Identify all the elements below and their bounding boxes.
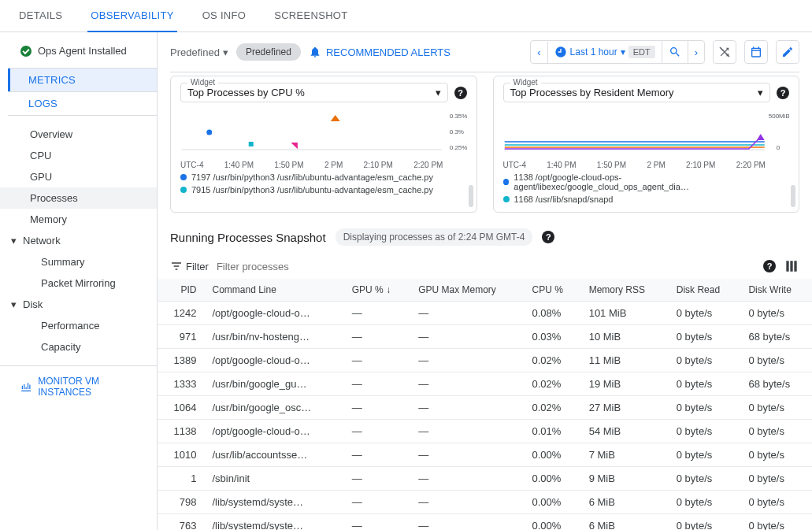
cell-pid: 1010 [158, 443, 205, 467]
nav-network-summary[interactable]: Summary [0, 251, 157, 272]
cell-cpu: 0.02% [524, 372, 580, 396]
processes-header: Running Processes Snapshot Displaying pr… [158, 213, 812, 254]
columns-icon[interactable] [784, 258, 799, 274]
time-range-label: Last 1 hour [570, 46, 617, 57]
legend-dot-icon [503, 196, 510, 202]
recommended-alerts-button[interactable]: RECOMMENDED ALERTS [309, 46, 450, 58]
shuffle-off-button[interactable] [713, 40, 736, 64]
table-row[interactable]: 763/lib/systemd/syste…——0.00%6 MiB0 byte… [158, 514, 812, 531]
tab-os-info[interactable]: OS INFO [199, 0, 250, 32]
table-row[interactable]: 1010/usr/lib/accountsse…——0.00%7 MiB0 by… [158, 443, 812, 467]
svg-marker-6 [291, 139, 301, 150]
nav-disk-performance[interactable]: Performance [0, 315, 157, 336]
cell-dr: 0 byte/s [669, 372, 741, 396]
svg-text:0: 0 [776, 144, 780, 151]
nav-processes[interactable]: Processes [0, 187, 157, 209]
col-dr[interactable]: Disk Read [669, 279, 741, 302]
chevron-down-icon: ▾ [223, 46, 228, 58]
cell-rss: 7 MiB [581, 443, 669, 467]
help-icon[interactable]: ? [763, 260, 776, 272]
time-range-button[interactable]: Last 1 hour ▾ EDT [548, 41, 662, 63]
nav-gpu[interactable]: GPU [0, 166, 157, 187]
cell-dw: 0 byte/s [740, 396, 812, 420]
col-gpu[interactable]: GPU % ↓ [344, 279, 410, 302]
cell-cpu: 0.02% [524, 349, 580, 372]
help-icon[interactable]: ? [454, 87, 467, 99]
cell-dr: 0 byte/s [669, 491, 741, 514]
chart-icon [20, 380, 32, 393]
table-row[interactable]: 1389/opt/google-cloud-o…——0.02%11 MiB0 b… [158, 349, 812, 372]
widget-memory-title: Top Processes by Resident Memory [510, 87, 674, 98]
table-row[interactable]: 1/sbin/init——0.00%9 MiB0 byte/s0 byte/s [158, 467, 812, 491]
tab-observability[interactable]: OBSERVABILITY [87, 0, 176, 32]
col-rss[interactable]: Memory RSS [581, 279, 669, 302]
cell-cpu: 0.08% [524, 302, 580, 325]
cell-cpu: 0.02% [524, 396, 580, 420]
cell-cmd: /sbin/init [205, 467, 344, 491]
chart-cpu-xaxis: UTC-41:40 PM1:50 PM2 PM2:10 PM2:20 PM [180, 161, 467, 169]
edit-button[interactable] [776, 40, 799, 64]
nav-overview[interactable]: Overview [0, 124, 157, 145]
time-next-button[interactable]: › [688, 42, 704, 63]
calendar-button[interactable] [744, 40, 768, 64]
table-row[interactable]: 798/lib/systemd/syste…——0.00%6 MiB0 byte… [158, 491, 812, 514]
time-search-button[interactable] [662, 41, 688, 63]
chevron-down-icon: ▾ [758, 87, 763, 98]
scrollbar[interactable] [469, 185, 473, 207]
table-row[interactable]: 1242/opt/google-cloud-o…——0.08%101 MiB0 … [158, 302, 812, 325]
nav-cpu[interactable]: CPU [0, 145, 157, 166]
bell-icon [309, 46, 321, 58]
filter-text: Filter [186, 261, 209, 272]
cell-gpumax: — [410, 396, 524, 420]
scrollbar[interactable] [791, 185, 795, 207]
col-cpu[interactable]: CPU % [524, 279, 580, 302]
chart-cpu: 0.35% 0.3% 0.25% [180, 110, 467, 158]
col-dw[interactable]: Disk Write [740, 279, 812, 302]
time-prev-button[interactable]: ‹ [531, 42, 547, 63]
cell-cmd: /usr/bin/google_osc… [205, 396, 344, 420]
top-tabs: DETAILS OBSERVABILITY OS INFO SCREENSHOT [0, 0, 812, 32]
predefined-pill[interactable]: Predefined [236, 43, 301, 61]
help-icon[interactable]: ? [542, 231, 554, 243]
legend-dot-icon [180, 187, 187, 193]
table-row[interactable]: 1064/usr/bin/google_osc…——0.02%27 MiB0 b… [158, 396, 812, 420]
cell-gpu: — [344, 514, 410, 531]
cell-dw: 68 byte/s [740, 372, 812, 396]
legend-cpu-2[interactable]: 7915 /usr/bin/python3 /usr/lib/ubuntu-ad… [180, 185, 467, 195]
widget-select-cpu[interactable]: Widget Top Processes by CPU % ▾ [180, 83, 448, 102]
table-row[interactable]: 1138/opt/google-cloud-o…——0.01%54 MiB0 b… [158, 420, 812, 443]
predefined-dropdown[interactable]: Predefined ▾ [170, 46, 228, 58]
col-cmd[interactable]: Command Line [205, 279, 344, 302]
cell-gpu: — [344, 349, 410, 372]
monitor-vm-instances-link[interactable]: MONITOR VM INSTANCES [0, 365, 157, 407]
col-pid[interactable]: PID [158, 279, 205, 302]
nav-group-disk[interactable]: ▾ Disk [0, 294, 157, 315]
cell-rss: 11 MiB [581, 349, 669, 372]
chart-memory-svg: 500MiB 0 [503, 110, 790, 158]
nav-disk-capacity[interactable]: Capacity [0, 336, 157, 358]
sidebar-metrics[interactable]: METRICS [8, 69, 157, 91]
legend-mem-2[interactable]: 1168 /usr/lib/snapd/snapd [503, 195, 790, 204]
sidebar-logs[interactable]: LOGS [8, 91, 157, 115]
nav-network-packet-mirroring[interactable]: Packet Mirroring [0, 272, 157, 294]
tab-details[interactable]: DETAILS [16, 0, 65, 32]
svg-point-4 [206, 130, 212, 135]
table-row[interactable]: 971/usr/bin/nv-hosteng…——0.03%10 MiB0 by… [158, 325, 812, 349]
col-gpumax[interactable]: GPU Max Memory [410, 279, 524, 302]
filter-input[interactable] [217, 261, 755, 272]
nav-memory[interactable]: Memory [0, 209, 157, 230]
table-row[interactable]: 1333/usr/bin/google_gu…——0.02%19 MiB0 by… [158, 372, 812, 396]
cell-dr: 0 byte/s [669, 467, 741, 491]
legend-cpu-1[interactable]: 7197 /usr/bin/python3 /usr/lib/ubuntu-ad… [180, 172, 467, 182]
nav-group-network[interactable]: ▾ Network [0, 230, 157, 251]
sidebar: Ops Agent Installed METRICS LOGS Overvie… [0, 32, 158, 530]
ops-agent-status: Ops Agent Installed [0, 40, 157, 68]
widget-select-memory[interactable]: Widget Top Processes by Resident Memory … [503, 83, 771, 102]
chart-cpu-svg: 0.35% 0.3% 0.25% [180, 110, 467, 158]
widget-cpu: Widget Top Processes by CPU % ▾ ? 0.35% [170, 76, 477, 213]
shuffle-off-icon [718, 46, 731, 58]
tab-screenshot[interactable]: SCREENSHOT [271, 0, 350, 32]
cell-rss: 9 MiB [581, 467, 669, 491]
legend-mem-1[interactable]: 1138 /opt/google-cloud-ops-agent/libexec… [503, 172, 790, 191]
help-icon[interactable]: ? [777, 87, 789, 99]
